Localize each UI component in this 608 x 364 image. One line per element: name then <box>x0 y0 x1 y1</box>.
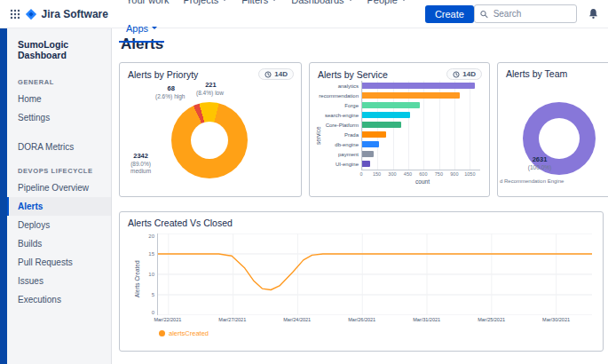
service-bar-chart: service analyticsrecommendationForgesear… <box>315 81 484 194</box>
y-axis-label: Alerts Created <box>134 248 140 310</box>
chevron-down-icon <box>222 0 227 1</box>
search-box[interactable] <box>474 4 577 23</box>
bar-row: Forge <box>362 100 480 110</box>
dashboard-cards-row: Alerts by Prioryty 14D 68(2.6%)high221(8… <box>119 62 608 197</box>
sidebar-item-deploys[interactable]: Deploys <box>7 216 111 234</box>
bar-category-label: recommendation <box>319 93 359 99</box>
line-xtick-label: Mar/31/2021 <box>413 317 440 322</box>
sidebar-item-settings[interactable]: Settings <box>7 108 111 127</box>
bar-row: recommendation <box>362 91 480 100</box>
line-xtick-label: Mar/22/2021 <box>154 317 181 322</box>
sidebar-item-alerts[interactable]: Alerts <box>7 197 111 216</box>
main-content: Alerts Alerts by Prioryty 14D 68(2.6%)hi… <box>112 28 608 364</box>
legend-label: alertsCreated <box>169 329 209 337</box>
chart-legend: alertsCreated <box>159 329 209 337</box>
time-range-badge[interactable]: 14D <box>446 68 482 80</box>
card-alerts-by-team: Alerts by Team 2631 (100.0%) d Recommend… <box>497 62 608 197</box>
line-x-labels: Mar/22/2021Mar/27/2021Mar/24/2021Mar/26/… <box>157 317 592 325</box>
app-switcher-icon[interactable] <box>7 5 23 23</box>
chevron-down-icon <box>272 0 277 1</box>
bar-xtick-label: 150 <box>373 171 381 177</box>
sidebar-gap <box>7 127 111 138</box>
bar-row: analytics <box>362 81 480 91</box>
chevron-down-icon <box>152 27 157 29</box>
card-title: Alerts by Service <box>318 69 388 80</box>
donut-hole <box>191 122 228 159</box>
card-header: Alerts by Team <box>498 63 608 81</box>
sidebar: SumoLogic Dashboard GENERALHomeSettingsD… <box>7 28 112 364</box>
bar-payment[interactable] <box>362 151 374 157</box>
nav-item-label: Your work <box>126 0 170 5</box>
bar-row: db-engine <box>362 139 480 149</box>
donut-annotation-medium: 2342(89.0%)medium <box>130 152 151 176</box>
sidebar-section-heading: DEVOPS LIFECYCLE <box>7 156 111 178</box>
bar-analytics[interactable] <box>362 83 475 89</box>
sidebar-item-home[interactable]: Home <box>7 90 111 108</box>
nav-item-dashboards[interactable]: Dashboards <box>284 0 359 14</box>
card-alerts-by-priority: Alerts by Prioryty 14D 68(2.6%)high221(8… <box>119 62 302 197</box>
line-ytick-label: 10 <box>148 272 154 277</box>
line-plot-area: 05101520 <box>157 233 592 315</box>
team-value: 2631 <box>516 155 564 164</box>
line-ytick-label: 15 <box>148 251 154 257</box>
nav-item-filters[interactable]: Filters <box>234 0 284 14</box>
sidebar-item-executions[interactable]: Executions <box>7 290 111 309</box>
bar-xtick-label: 750 <box>435 171 443 177</box>
nav-item-label: Apps <box>126 23 148 34</box>
sidebar-item-builds[interactable]: Builds <box>7 234 111 253</box>
bar-category-label: search-engine <box>319 113 359 118</box>
clock-icon <box>265 71 272 78</box>
time-range-badge[interactable]: 14D <box>258 68 294 80</box>
bar-core-platform[interactable] <box>362 122 401 128</box>
team-label: d Recommendation Engine <box>500 178 564 184</box>
badge-label: 14D <box>462 70 476 78</box>
bar-category-label: Core-Platform <box>319 123 359 128</box>
bar-forge[interactable] <box>362 102 420 108</box>
bar-db-engine[interactable] <box>362 141 379 147</box>
bar-xtick-label: 450 <box>404 171 412 177</box>
x-axis-label: count <box>361 178 484 185</box>
jira-logo-icon <box>25 8 37 20</box>
bar-category-label: db-engine <box>319 142 359 147</box>
bar-row: payment <box>362 149 480 159</box>
bar-xtick-label: 1050 <box>464 171 475 177</box>
bar-rows: analyticsrecommendationForgesearch-engin… <box>362 81 480 169</box>
sidebar-title: SumoLogic Dashboard <box>7 37 111 67</box>
badge-label: 14D <box>274 70 288 78</box>
create-button[interactable]: Create <box>425 5 474 23</box>
nav-item-label: Dashboards <box>291 0 343 5</box>
app-logo[interactable]: Jira Software <box>25 8 108 20</box>
nav-item-projects[interactable]: Projects <box>176 0 234 14</box>
bar-row: Core-Platform <box>362 120 480 130</box>
bar-category-label: Prada <box>319 132 359 138</box>
nav-item-apps[interactable]: Apps <box>119 14 164 43</box>
bar-row: search-engine <box>362 110 480 120</box>
bar-prada[interactable] <box>362 131 386 138</box>
nav-item-your-work[interactable]: Your work <box>119 0 177 14</box>
chevron-down-icon <box>401 0 407 1</box>
bar-recommendation[interactable] <box>362 92 460 99</box>
notifications-icon[interactable] <box>588 8 599 20</box>
search-input[interactable] <box>492 8 571 20</box>
sidebar-item-pull-requests[interactable]: Pull Requests <box>7 253 111 272</box>
sidebar-section-heading: GENERAL <box>7 67 111 90</box>
line-chart: Alerts Created 05101520 Mar/22/2021Mar/2… <box>127 233 594 347</box>
bar-search-engine[interactable] <box>362 112 410 118</box>
chevron-down-icon <box>348 0 353 1</box>
bar-xtick-label: 300 <box>388 171 396 177</box>
app-navigation-strip <box>0 28 7 364</box>
card-header: Alerts by Service 14D <box>310 63 489 82</box>
top-navigation-bar: Jira Software Your workProjectsFiltersDa… <box>0 0 608 28</box>
card-title: Alerts Created Vs Closed <box>128 218 233 228</box>
sidebar-item-pipeline-overview[interactable]: Pipeline Overview <box>7 178 111 197</box>
bar-ui-engine[interactable] <box>362 161 370 167</box>
sidebar-item-dora-metrics[interactable]: DORA Metrics <box>7 138 111 156</box>
nav-item-label: People <box>367 0 398 5</box>
priority-donut-chart[interactable] <box>171 102 248 178</box>
nav-item-label: Projects <box>183 0 218 5</box>
nav-item-label: Filters <box>241 0 268 5</box>
card-alerts-created-vs-closed: Alerts Created Vs Closed Alerts Created … <box>119 211 604 352</box>
bar-category-label: Forge <box>319 103 359 108</box>
nav-item-people[interactable]: People <box>360 0 414 14</box>
sidebar-item-issues[interactable]: Issues <box>7 272 111 290</box>
